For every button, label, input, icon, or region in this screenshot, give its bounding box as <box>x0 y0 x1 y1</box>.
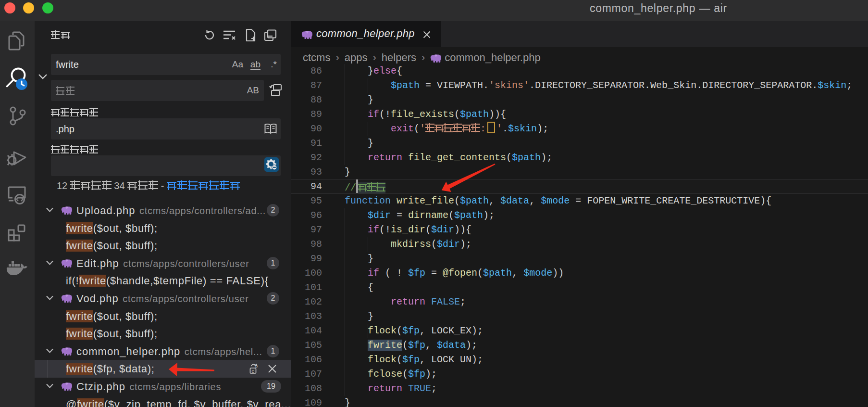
svg-text:c: c <box>252 369 254 374</box>
